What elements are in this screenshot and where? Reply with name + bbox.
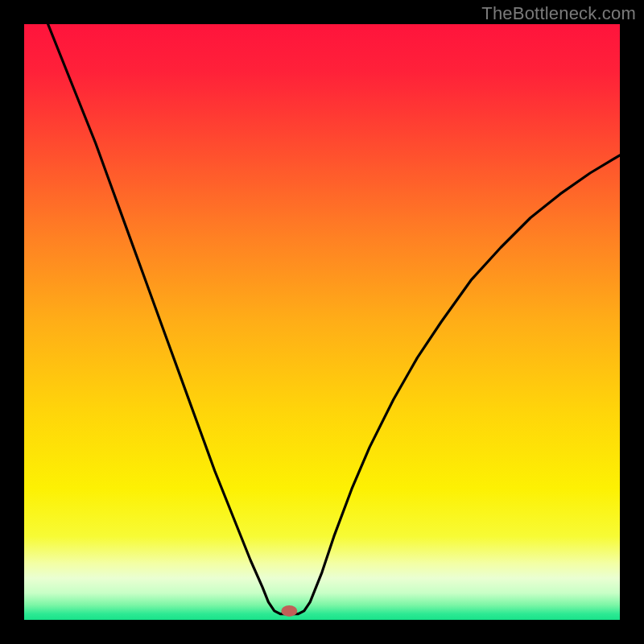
optimum-marker [281, 605, 297, 617]
bottleneck-chart [24, 24, 620, 620]
plot-background [24, 24, 620, 620]
watermark-text: TheBottleneck.com [481, 3, 636, 24]
chart-frame: TheBottleneck.com [0, 0, 644, 644]
